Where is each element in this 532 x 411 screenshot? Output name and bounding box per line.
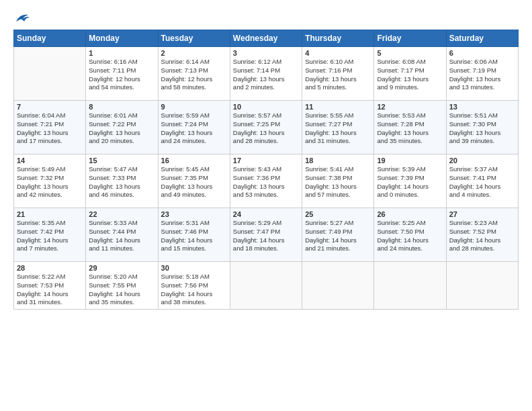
- day-info: Sunrise: 5:23 AM Sunset: 7:52 PM Dayligh…: [449, 219, 515, 253]
- day-info: Sunrise: 5:45 AM Sunset: 7:35 PM Dayligh…: [161, 165, 227, 199]
- day-number: 10: [233, 103, 299, 111]
- day-info: Sunrise: 5:53 AM Sunset: 7:28 PM Dayligh…: [377, 111, 443, 146]
- day-number: 7: [17, 103, 83, 111]
- day-number: 11: [305, 103, 371, 111]
- day-info: Sunrise: 6:06 AM Sunset: 7:19 PM Dayligh…: [449, 58, 515, 92]
- day-number: 5: [377, 49, 443, 57]
- day-number: 22: [89, 210, 154, 218]
- day-number: 4: [305, 49, 371, 57]
- calendar-cell: 12Sunrise: 5:53 AM Sunset: 7:28 PM Dayli…: [374, 101, 446, 154]
- day-number: 25: [305, 210, 371, 218]
- calendar-cell: [230, 262, 302, 310]
- weekday-header-sunday: Sunday: [14, 30, 86, 47]
- day-number: 28: [17, 264, 83, 272]
- day-info: Sunrise: 5:35 AM Sunset: 7:42 PM Dayligh…: [17, 219, 83, 253]
- day-info: Sunrise: 5:29 AM Sunset: 7:47 PM Dayligh…: [233, 219, 299, 253]
- day-info: Sunrise: 6:04 AM Sunset: 7:21 PM Dayligh…: [17, 111, 83, 146]
- page: SundayMondayTuesdayWednesdayThursdayFrid…: [0, 0, 532, 411]
- day-number: 8: [89, 103, 154, 111]
- calendar-cell: 16Sunrise: 5:45 AM Sunset: 7:35 PM Dayli…: [158, 154, 230, 208]
- day-number: 2: [161, 49, 227, 57]
- weekday-header-tuesday: Tuesday: [158, 30, 230, 47]
- calendar-cell: [446, 262, 518, 310]
- calendar-cell: 14Sunrise: 5:49 AM Sunset: 7:32 PM Dayli…: [14, 154, 86, 208]
- day-number: 30: [161, 264, 227, 272]
- calendar-cell: 5Sunrise: 6:08 AM Sunset: 7:17 PM Daylig…: [374, 47, 446, 101]
- calendar-week-row: 14Sunrise: 5:49 AM Sunset: 7:32 PM Dayli…: [14, 154, 519, 208]
- day-info: Sunrise: 5:51 AM Sunset: 7:30 PM Dayligh…: [449, 111, 515, 146]
- calendar-cell: 18Sunrise: 5:41 AM Sunset: 7:38 PM Dayli…: [302, 154, 374, 208]
- logo-bird-icon: [15, 12, 30, 24]
- calendar-cell: 10Sunrise: 5:57 AM Sunset: 7:25 PM Dayli…: [230, 101, 302, 154]
- logo: [13, 12, 30, 24]
- day-number: 9: [161, 103, 227, 111]
- calendar-week-row: 1Sunrise: 6:16 AM Sunset: 7:11 PM Daylig…: [14, 47, 519, 101]
- day-number: 21: [17, 210, 83, 218]
- calendar-cell: [374, 262, 446, 310]
- day-info: Sunrise: 5:57 AM Sunset: 7:25 PM Dayligh…: [233, 111, 299, 146]
- day-info: Sunrise: 5:37 AM Sunset: 7:41 PM Dayligh…: [449, 165, 515, 199]
- day-info: Sunrise: 5:25 AM Sunset: 7:50 PM Dayligh…: [377, 219, 443, 253]
- calendar-cell: 29Sunrise: 5:20 AM Sunset: 7:55 PM Dayli…: [86, 262, 158, 310]
- calendar-cell: [302, 262, 374, 310]
- weekday-header-saturday: Saturday: [446, 30, 518, 47]
- day-number: 27: [449, 210, 515, 218]
- day-info: Sunrise: 5:41 AM Sunset: 7:38 PM Dayligh…: [305, 165, 371, 199]
- day-number: 23: [161, 210, 227, 218]
- calendar-cell: 22Sunrise: 5:33 AM Sunset: 7:44 PM Dayli…: [86, 208, 158, 262]
- day-info: Sunrise: 6:10 AM Sunset: 7:16 PM Dayligh…: [305, 58, 371, 92]
- header: [13, 12, 519, 24]
- calendar-cell: 23Sunrise: 5:31 AM Sunset: 7:46 PM Dayli…: [158, 208, 230, 262]
- day-number: 13: [449, 103, 515, 111]
- day-info: Sunrise: 6:16 AM Sunset: 7:11 PM Dayligh…: [89, 58, 154, 92]
- calendar-cell: 17Sunrise: 5:43 AM Sunset: 7:36 PM Dayli…: [230, 154, 302, 208]
- calendar-week-row: 28Sunrise: 5:22 AM Sunset: 7:53 PM Dayli…: [14, 262, 519, 310]
- calendar: SundayMondayTuesdayWednesdayThursdayFrid…: [13, 30, 519, 310]
- day-number: 29: [89, 264, 154, 272]
- weekday-header-row: SundayMondayTuesdayWednesdayThursdayFrid…: [14, 30, 519, 47]
- calendar-cell: 28Sunrise: 5:22 AM Sunset: 7:53 PM Dayli…: [14, 262, 86, 310]
- calendar-cell: [14, 47, 86, 101]
- calendar-cell: 8Sunrise: 6:01 AM Sunset: 7:22 PM Daylig…: [86, 101, 158, 154]
- day-info: Sunrise: 5:18 AM Sunset: 7:56 PM Dayligh…: [161, 273, 227, 307]
- calendar-cell: 2Sunrise: 6:14 AM Sunset: 7:13 PM Daylig…: [158, 47, 230, 101]
- calendar-cell: 30Sunrise: 5:18 AM Sunset: 7:56 PM Dayli…: [158, 262, 230, 310]
- day-info: Sunrise: 6:14 AM Sunset: 7:13 PM Dayligh…: [161, 58, 227, 92]
- calendar-week-row: 21Sunrise: 5:35 AM Sunset: 7:42 PM Dayli…: [14, 208, 519, 262]
- weekday-header-thursday: Thursday: [302, 30, 374, 47]
- day-number: 19: [377, 156, 443, 165]
- calendar-cell: 4Sunrise: 6:10 AM Sunset: 7:16 PM Daylig…: [302, 47, 374, 101]
- calendar-cell: 25Sunrise: 5:27 AM Sunset: 7:49 PM Dayli…: [302, 208, 374, 262]
- day-info: Sunrise: 5:22 AM Sunset: 7:53 PM Dayligh…: [17, 273, 83, 307]
- calendar-cell: 20Sunrise: 5:37 AM Sunset: 7:41 PM Dayli…: [446, 154, 518, 208]
- calendar-cell: 27Sunrise: 5:23 AM Sunset: 7:52 PM Dayli…: [446, 208, 518, 262]
- day-number: 14: [17, 156, 83, 165]
- weekday-header-friday: Friday: [374, 30, 446, 47]
- day-info: Sunrise: 5:55 AM Sunset: 7:27 PM Dayligh…: [305, 111, 371, 146]
- calendar-cell: 21Sunrise: 5:35 AM Sunset: 7:42 PM Dayli…: [14, 208, 86, 262]
- day-number: 3: [233, 49, 299, 57]
- weekday-header-wednesday: Wednesday: [230, 30, 302, 47]
- day-info: Sunrise: 6:12 AM Sunset: 7:14 PM Dayligh…: [233, 58, 299, 92]
- day-info: Sunrise: 5:20 AM Sunset: 7:55 PM Dayligh…: [89, 273, 154, 307]
- day-info: Sunrise: 5:27 AM Sunset: 7:49 PM Dayligh…: [305, 219, 371, 253]
- calendar-cell: 26Sunrise: 5:25 AM Sunset: 7:50 PM Dayli…: [374, 208, 446, 262]
- day-info: Sunrise: 6:08 AM Sunset: 7:17 PM Dayligh…: [377, 58, 443, 92]
- calendar-cell: 11Sunrise: 5:55 AM Sunset: 7:27 PM Dayli…: [302, 101, 374, 154]
- day-number: 15: [89, 156, 154, 165]
- day-info: Sunrise: 5:31 AM Sunset: 7:46 PM Dayligh…: [161, 219, 227, 253]
- day-number: 17: [233, 156, 299, 165]
- calendar-cell: 9Sunrise: 5:59 AM Sunset: 7:24 PM Daylig…: [158, 101, 230, 154]
- day-info: Sunrise: 5:33 AM Sunset: 7:44 PM Dayligh…: [89, 219, 154, 253]
- day-number: 20: [449, 156, 515, 165]
- weekday-header-monday: Monday: [86, 30, 158, 47]
- calendar-cell: 24Sunrise: 5:29 AM Sunset: 7:47 PM Dayli…: [230, 208, 302, 262]
- calendar-cell: 13Sunrise: 5:51 AM Sunset: 7:30 PM Dayli…: [446, 101, 518, 154]
- calendar-cell: 7Sunrise: 6:04 AM Sunset: 7:21 PM Daylig…: [14, 101, 86, 154]
- day-info: Sunrise: 5:39 AM Sunset: 7:39 PM Dayligh…: [377, 165, 443, 199]
- day-info: Sunrise: 5:43 AM Sunset: 7:36 PM Dayligh…: [233, 165, 299, 199]
- calendar-cell: 6Sunrise: 6:06 AM Sunset: 7:19 PM Daylig…: [446, 47, 518, 101]
- calendar-week-row: 7Sunrise: 6:04 AM Sunset: 7:21 PM Daylig…: [14, 101, 519, 154]
- day-number: 24: [233, 210, 299, 218]
- day-info: Sunrise: 5:59 AM Sunset: 7:24 PM Dayligh…: [161, 111, 227, 146]
